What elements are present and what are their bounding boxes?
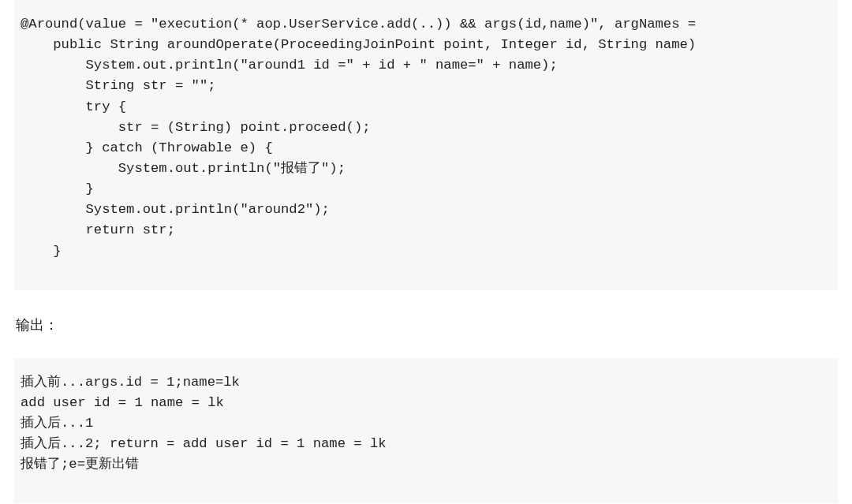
output-section-label: 输出：: [16, 315, 838, 334]
page-container: @Around(value = "execution(* aop.UserSer…: [0, 0, 852, 504]
code-block-java: @Around(value = "execution(* aop.UserSer…: [14, 0, 838, 290]
code-block-output: 插入前...args.id = 1;name=lk add user id = …: [14, 358, 838, 504]
